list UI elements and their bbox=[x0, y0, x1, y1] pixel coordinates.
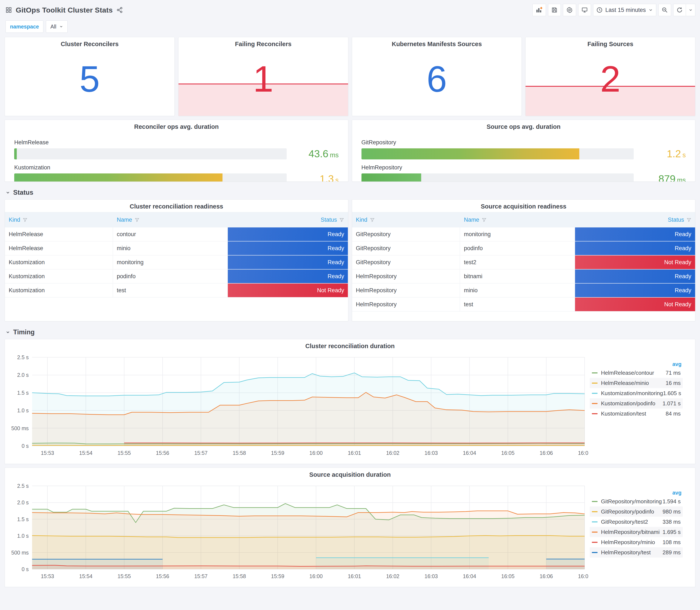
legend-avg-header[interactable]: avg bbox=[590, 490, 683, 496]
variable-namespace-value: All bbox=[50, 23, 56, 30]
dashboard-grid-icon bbox=[5, 7, 12, 13]
table-row: HelmReleaseminioReady bbox=[5, 241, 348, 256]
stat-panel-0: Cluster Reconcilers5 bbox=[5, 37, 175, 116]
svg-text:16:02: 16:02 bbox=[386, 573, 400, 579]
cell-kind: HelmRelease bbox=[5, 227, 113, 241]
legend-item[interactable]: Kustomization/podinfo1.071 s bbox=[590, 398, 683, 408]
table-row: HelmRepositorytestNot Ready bbox=[352, 298, 695, 311]
cell-status: Not Ready bbox=[575, 298, 695, 311]
cell-kind: HelmRepository bbox=[352, 284, 460, 297]
cycle-view-button[interactable] bbox=[578, 4, 591, 16]
status-badge: Ready bbox=[228, 241, 348, 255]
legend-item[interactable]: HelmRepository/test289 ms bbox=[590, 547, 683, 558]
cell-name: minio bbox=[460, 284, 575, 297]
legend-item[interactable]: GitRepository/test2338 ms bbox=[590, 517, 683, 527]
filter-icon[interactable] bbox=[339, 218, 344, 222]
gauge-panel-title: Reconciler ops avg. duration bbox=[5, 120, 348, 132]
legend-avg-value: 71 ms bbox=[666, 370, 681, 376]
legend-avg-value: 338 ms bbox=[663, 519, 681, 525]
svg-text:15:54: 15:54 bbox=[79, 573, 93, 579]
filter-icon[interactable] bbox=[482, 218, 486, 222]
svg-text:16:04: 16:04 bbox=[463, 450, 476, 456]
add-panel-button[interactable] bbox=[532, 4, 546, 16]
legend-avg-value: 1.605 s bbox=[663, 390, 681, 397]
save-dashboard-button[interactable] bbox=[548, 4, 561, 16]
legend-item[interactable]: GitRepository/podinfo980 ms bbox=[590, 507, 683, 517]
column-header-name[interactable]: Name bbox=[460, 212, 575, 227]
legend-item[interactable]: Kustomization/monitoring1.605 s bbox=[590, 388, 683, 398]
column-header-label: Name bbox=[117, 216, 132, 223]
share-icon[interactable] bbox=[116, 7, 123, 13]
gauge-value-number: 1.3 bbox=[320, 173, 334, 182]
gauge-panel-1: Source ops avg. durationGitRepository1.2… bbox=[352, 120, 696, 182]
legend-item[interactable]: HelmRelease/minio16 ms bbox=[590, 378, 683, 388]
refresh-interval-button[interactable] bbox=[686, 4, 695, 16]
gauge-bar-row: 1.2s bbox=[361, 148, 686, 160]
status-badge: Not Ready bbox=[575, 256, 695, 269]
legend-swatch bbox=[592, 532, 598, 533]
svg-text:16:00: 16:00 bbox=[309, 450, 323, 456]
page-title: GitOps Toolkit Cluster Stats bbox=[16, 6, 113, 14]
gauge-fill bbox=[14, 148, 17, 159]
column-header-label: Status bbox=[321, 216, 337, 223]
svg-text:15:57: 15:57 bbox=[194, 450, 208, 456]
column-header-kind[interactable]: Kind bbox=[5, 212, 113, 227]
gauge-label: HelmRelease bbox=[14, 139, 339, 146]
table-row: GitRepositorymonitoringReady bbox=[352, 227, 695, 241]
gauges-row: Reconciler ops avg. durationHelmRelease4… bbox=[0, 120, 700, 182]
legend-item[interactable]: HelmRepository/bitnami1.695 s bbox=[590, 527, 683, 537]
filter-icon[interactable] bbox=[135, 218, 140, 222]
column-header-status[interactable]: Status bbox=[228, 212, 348, 227]
chart-body: 15:5315:5415:5515:5615:5715:5815:5916:00… bbox=[6, 480, 694, 582]
filter-icon[interactable] bbox=[370, 218, 375, 222]
variable-namespace-select[interactable]: All bbox=[46, 20, 68, 33]
dashboard-settings-button[interactable] bbox=[563, 4, 576, 16]
section-status[interactable]: Status bbox=[0, 185, 700, 199]
legend-item[interactable]: GitRepository/monitoring1.594 s bbox=[590, 496, 683, 507]
cell-status: Ready bbox=[575, 227, 695, 241]
svg-text:15:59: 15:59 bbox=[271, 450, 284, 456]
legend-swatch bbox=[592, 552, 598, 553]
svg-text:16:01: 16:01 bbox=[348, 573, 361, 579]
svg-text:1.5 s: 1.5 s bbox=[17, 390, 29, 396]
zoom-out-icon bbox=[662, 7, 668, 13]
cell-status: Ready bbox=[575, 284, 695, 297]
chart-title: Cluster reconciliation duration bbox=[6, 339, 694, 352]
legend-avg-header[interactable]: avg bbox=[590, 361, 683, 367]
section-timing[interactable]: Timing bbox=[0, 325, 700, 339]
svg-text:16:05: 16:05 bbox=[501, 573, 515, 579]
chart-plot-area[interactable]: 15:5315:5415:5515:5615:5715:5815:5916:00… bbox=[6, 480, 588, 582]
refresh-icon bbox=[677, 7, 683, 13]
legend-item[interactable]: HelmRelease/contour71 ms bbox=[590, 368, 683, 378]
gauge-track bbox=[14, 174, 287, 182]
refresh-button[interactable] bbox=[673, 4, 686, 16]
filter-icon[interactable] bbox=[23, 218, 28, 222]
column-header-name[interactable]: Name bbox=[113, 212, 228, 227]
legend-item[interactable]: Kustomization/test84 ms bbox=[590, 408, 683, 419]
cell-name: test2 bbox=[460, 256, 575, 269]
cell-kind: GitRepository bbox=[352, 227, 460, 241]
table-row: KustomizationpodinfoReady bbox=[5, 270, 348, 284]
stat-value: 2 bbox=[525, 61, 695, 97]
svg-text:16:03: 16:03 bbox=[424, 573, 438, 579]
table-panel-title: Source acquisition readiness bbox=[352, 199, 695, 212]
gauge-row: HelmRelease43.6ms bbox=[14, 139, 339, 160]
svg-text:15:56: 15:56 bbox=[156, 573, 169, 579]
column-header-kind[interactable]: Kind bbox=[352, 212, 460, 227]
gauge-value: 1.2s bbox=[640, 148, 686, 160]
filter-icon[interactable] bbox=[687, 218, 691, 222]
cell-name: minio bbox=[113, 241, 228, 255]
svg-text:2.5 s: 2.5 s bbox=[17, 483, 29, 489]
stat-panel-title: Cluster Reconcilers bbox=[5, 37, 175, 50]
column-header-status[interactable]: Status bbox=[575, 212, 695, 227]
zoom-out-button[interactable] bbox=[658, 4, 671, 16]
chart-plot-area[interactable]: 15:5315:5415:5515:5615:5715:5815:5916:00… bbox=[6, 352, 588, 459]
cell-kind: GitRepository bbox=[352, 256, 460, 269]
gauge-body: HelmRelease43.6msKustomization1.3s bbox=[5, 132, 348, 182]
gauge-value: 43.6ms bbox=[293, 148, 339, 160]
cell-kind: Kustomization bbox=[5, 256, 113, 269]
time-range-picker[interactable]: Last 15 minutes bbox=[593, 4, 656, 16]
legend-item[interactable]: HelmRepository/minio108 ms bbox=[590, 537, 683, 547]
gauge-value-number: 43.6 bbox=[309, 148, 328, 159]
legend-series-name: GitRepository/monitoring bbox=[601, 498, 663, 505]
